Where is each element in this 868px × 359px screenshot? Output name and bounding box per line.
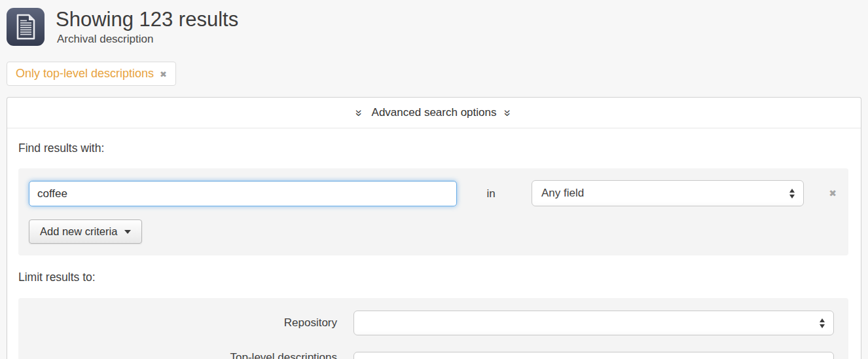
limit-results-label: Limit results to: (18, 269, 96, 285)
top-level-descriptions-select[interactable] (353, 352, 834, 359)
double-chevron-down-icon: » (353, 109, 366, 117)
filter-tag-label: Only top-level descriptions (16, 67, 154, 81)
criteria-remove-icon[interactable]: ✖ (823, 181, 842, 206)
search-field-select-value: Any field (532, 187, 789, 200)
advanced-search-toggle[interactable]: » Advanced search options » (7, 98, 861, 128)
page-heading: Showing 123 results Archival description (56, 7, 238, 46)
criteria-connector-label: in (477, 181, 505, 206)
repository-label: Repository (18, 311, 337, 335)
add-new-criteria-label: Add new criteria (40, 225, 117, 238)
find-results-label: Find results with: (18, 140, 104, 156)
advanced-search-panel: » Advanced search options » Find results… (7, 97, 861, 359)
search-field-select[interactable]: Any field (532, 180, 804, 206)
limit-row-repository: Repository (18, 311, 848, 335)
top-level-descriptions-label: Top-level descriptions (18, 350, 337, 359)
filter-tag-top-level: Only top-level descriptions ✖ (7, 62, 176, 86)
limit-row-top-level-descriptions: Top-level descriptions (18, 352, 848, 359)
archival-description-icon (7, 8, 45, 46)
limit-results-box: Repository Top-level descriptions (18, 298, 848, 359)
search-criteria-box: in Any field ✖ Add new criteria (18, 168, 848, 255)
select-spinner-icon (820, 318, 825, 328)
double-chevron-down-icon: » (502, 109, 515, 117)
filter-tag-close-icon[interactable]: ✖ (160, 69, 167, 79)
caret-down-icon (124, 230, 131, 234)
repository-select[interactable] (353, 311, 834, 335)
page-subtitle: Archival description (57, 33, 238, 46)
advanced-search-toggle-label: Advanced search options (372, 106, 497, 119)
page-title: Showing 123 results (56, 7, 238, 32)
select-spinner-icon (789, 189, 795, 198)
search-query-input[interactable] (29, 181, 457, 206)
add-new-criteria-button[interactable]: Add new criteria (29, 219, 142, 244)
